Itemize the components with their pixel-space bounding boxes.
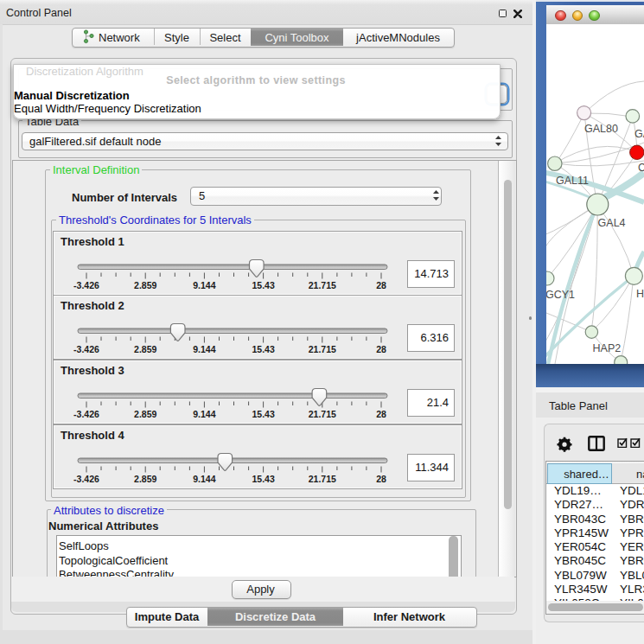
svg-text:GAL80: GAL80 <box>584 123 618 135</box>
svg-text:C: C <box>638 162 644 174</box>
svg-text:GCY1: GCY1 <box>546 289 575 301</box>
svg-text:GA: GA <box>634 128 644 140</box>
svg-text:H: H <box>636 288 644 300</box>
svg-text:HAP2: HAP2 <box>593 342 622 354</box>
svg-text:GAL4: GAL4 <box>598 217 626 229</box>
svg-text:GAL11: GAL11 <box>556 175 589 187</box>
